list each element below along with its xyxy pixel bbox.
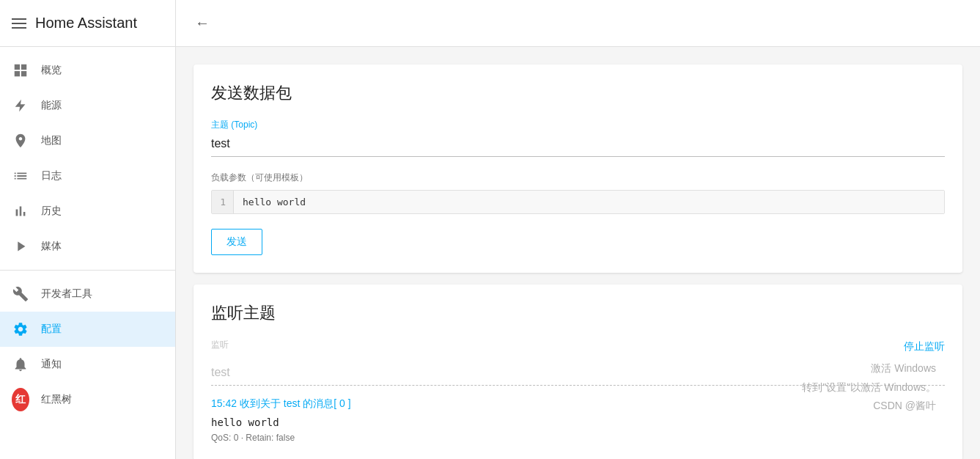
payload-field-label: 负载参数（可使用模板） xyxy=(211,172,945,184)
message-timestamp: 15:42 收到关于 test 的消息[ 0 ] xyxy=(211,397,945,411)
payload-editor[interactable]: 1 hello world xyxy=(211,190,945,214)
nav-divider xyxy=(0,270,175,271)
sidebar-item-media[interactable]: 媒体 xyxy=(0,229,175,264)
sidebar-item-overview[interactable]: 概览 xyxy=(0,53,175,88)
monitor-header: 监听 停止监听 xyxy=(211,339,945,354)
listen-value: test xyxy=(211,366,945,386)
main-header: ← xyxy=(176,0,980,47)
sidebar-item-label: 通知 xyxy=(41,358,62,371)
stop-listen-button[interactable]: 停止监听 xyxy=(904,340,945,353)
send-packet-title: 发送数据包 xyxy=(211,82,945,104)
sidebar-item-settings[interactable]: 配置 xyxy=(0,312,175,347)
sidebar-item-label: 日志 xyxy=(41,169,62,183)
svg-rect-1 xyxy=(21,65,26,70)
topic-field-label: 主题 (Topic) xyxy=(211,119,945,131)
code-line-1: 1 hello world xyxy=(212,191,944,213)
message-meta: QoS: 0 · Retain: false xyxy=(211,433,945,443)
sidebar-item-developer-tools[interactable]: 开发者工具 xyxy=(0,276,175,312)
svg-rect-2 xyxy=(15,71,20,76)
sidebar-item-label: 配置 xyxy=(41,323,62,336)
sidebar-item-label: 开发者工具 xyxy=(41,287,92,301)
bolt-icon xyxy=(12,97,29,114)
sidebar-item-energy[interactable]: 能源 xyxy=(0,88,175,123)
bar-chart-icon xyxy=(12,202,29,220)
sidebar-item-label: 概览 xyxy=(41,64,62,77)
sidebar-item-label: 能源 xyxy=(41,99,62,112)
svg-rect-3 xyxy=(21,71,26,76)
bell-icon xyxy=(12,356,29,373)
monitor-card: 监听主题 监听 停止监听 test 15:42 收到关于 test 的消息[ 0… xyxy=(194,284,962,459)
map-icon xyxy=(12,132,29,150)
main-body: 发送数据包 主题 (Topic) 负载参数（可使用模板） 1 hello wor… xyxy=(176,47,980,459)
back-arrow-icon: ← xyxy=(195,15,210,32)
grid-icon xyxy=(12,62,29,79)
send-button[interactable]: 发送 xyxy=(211,229,262,255)
sidebar-item-log[interactable]: 日志 xyxy=(0,158,175,194)
sidebar-item-label: 媒体 xyxy=(41,240,62,253)
sidebar-nav: 概览 能源 地图 日志 历史 xyxy=(0,47,175,459)
wrench-icon xyxy=(12,285,29,303)
send-packet-card: 发送数据包 主题 (Topic) 负载参数（可使用模板） 1 hello wor… xyxy=(194,65,962,273)
back-button[interactable]: ← xyxy=(188,9,217,38)
sidebar-item-label: 历史 xyxy=(41,205,62,218)
gear-icon xyxy=(12,320,29,338)
sidebar-item-label: 地图 xyxy=(41,134,62,147)
sidebar-item-notifications[interactable]: 通知 xyxy=(0,347,175,382)
listen-label: 监听 xyxy=(211,339,229,351)
svg-rect-0 xyxy=(15,65,20,70)
monitor-title: 监听主题 xyxy=(211,302,945,324)
sidebar-header: Home Assistant xyxy=(0,0,175,47)
sidebar-item-history[interactable]: 历史 xyxy=(0,194,175,229)
message-content: hello world xyxy=(211,416,945,428)
main-content: ← 发送数据包 主题 (Topic) 负载参数（可使用模板） 1 hello w… xyxy=(176,0,980,459)
sidebar-item-map[interactable]: 地图 xyxy=(0,123,175,158)
sidebar-item-label: 红黑树 xyxy=(41,393,72,406)
line-number: 1 xyxy=(212,191,234,213)
line-content: hello world xyxy=(234,191,944,213)
hamburger-menu-icon[interactable] xyxy=(12,18,26,29)
play-icon xyxy=(12,238,29,255)
sidebar: Home Assistant 概览 能源 地图 xyxy=(0,0,176,459)
sidebar-item-user[interactable]: 红 红黑树 xyxy=(0,382,175,417)
user-avatar: 红 xyxy=(12,391,29,408)
topic-input[interactable] xyxy=(211,134,945,157)
app-title: Home Assistant xyxy=(35,15,137,32)
list-icon xyxy=(12,167,29,185)
